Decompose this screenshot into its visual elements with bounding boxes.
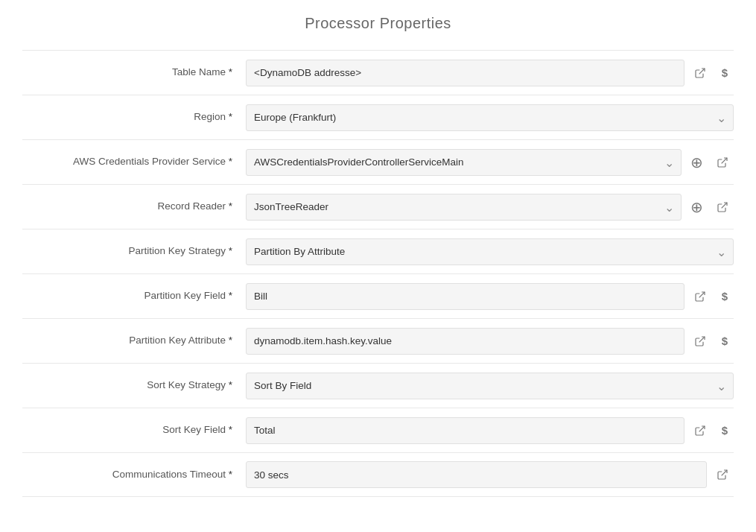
svg-line-6	[722, 470, 727, 475]
select-wrapper-record-reader: JsonTreeReader⌄	[246, 194, 682, 221]
label-sort-key-strategy: Sort Key Strategy *	[22, 379, 246, 393]
dollar-icon-table-name[interactable]: $	[716, 66, 734, 79]
external-link-icon-communications-timeout[interactable]	[711, 463, 734, 486]
property-row-partition-key-attribute: Partition Key Attribute * $	[22, 318, 734, 363]
select-aws-credentials[interactable]: AWSCredentialsProviderControllerServiceM…	[246, 149, 682, 176]
label-aws-credentials: AWS Credentials Provider Service *	[22, 155, 246, 169]
plus-icon-record-reader[interactable]: ⊕	[686, 198, 707, 216]
property-row-aws-credentials: AWS Credentials Provider Service *AWSCre…	[22, 139, 734, 184]
svg-line-1	[722, 158, 727, 163]
dollar-icon-sort-key-field[interactable]: $	[716, 424, 734, 437]
plus-icon-aws-credentials[interactable]: ⊕	[686, 153, 707, 171]
property-row-communications-timeout: Communications Timeout *	[22, 452, 734, 497]
select-sort-key-strategy[interactable]: Sort By Field	[246, 373, 734, 399]
select-partition-key-strategy[interactable]: Partition By Attribute	[246, 238, 734, 265]
external-link-icon-record-reader[interactable]	[711, 196, 734, 218]
input-area-sort-key-field: $	[246, 417, 734, 444]
input-area-partition-key-attribute: $	[246, 328, 734, 355]
select-wrapper-region: Europe (Frankfurt)⌄	[246, 104, 734, 131]
svg-line-4	[699, 337, 705, 342]
property-row-partition-key-field: Partition Key Field * $	[22, 273, 734, 318]
label-record-reader: Record Reader *	[22, 200, 246, 214]
label-partition-key-attribute: Partition Key Attribute *	[22, 334, 246, 348]
input-area-communications-timeout	[246, 461, 734, 488]
label-partition-key-strategy: Partition Key Strategy *	[22, 244, 246, 259]
processor-properties-panel: Processor Properties Table Name * $Regio…	[0, 0, 756, 532]
input-area-partition-key-strategy: Partition By Attribute⌄	[246, 238, 734, 265]
input-area-record-reader: JsonTreeReader⌄⊕	[246, 194, 734, 221]
external-link-icon-partition-key-field[interactable]	[689, 285, 711, 308]
svg-line-3	[699, 292, 705, 297]
select-wrapper-sort-key-strategy: Sort By Field⌄	[246, 373, 734, 399]
input-table-name[interactable]	[246, 60, 684, 86]
property-row-partition-key-strategy: Partition Key Strategy *Partition By Att…	[22, 229, 734, 273]
property-row-sort-key-field: Sort Key Field * $	[22, 408, 734, 452]
label-sort-key-field: Sort Key Field *	[22, 423, 246, 437]
property-row-region: Region *Europe (Frankfurt)⌄	[22, 95, 734, 139]
select-wrapper-partition-key-strategy: Partition By Attribute⌄	[246, 238, 734, 265]
external-link-icon-sort-key-field[interactable]	[689, 419, 711, 442]
input-area-region: Europe (Frankfurt)⌄	[246, 104, 734, 131]
input-area-sort-key-strategy: Sort By Field⌄	[246, 373, 734, 399]
property-row-table-name: Table Name * $	[22, 50, 734, 95]
input-area-partition-key-field: $	[246, 283, 734, 310]
label-communications-timeout: Communications Timeout *	[22, 468, 246, 482]
input-partition-key-field[interactable]	[246, 283, 684, 310]
input-sort-key-field[interactable]	[246, 417, 684, 444]
select-region[interactable]: Europe (Frankfurt)	[246, 104, 734, 131]
label-partition-key-field: Partition Key Field *	[22, 289, 246, 303]
external-link-icon-partition-key-attribute[interactable]	[689, 330, 711, 352]
svg-line-5	[699, 426, 705, 431]
external-link-icon-table-name[interactable]	[689, 62, 711, 84]
page-title: Processor Properties	[22, 15, 734, 32]
svg-line-0	[699, 69, 705, 74]
input-area-aws-credentials: AWSCredentialsProviderControllerServiceM…	[246, 149, 734, 176]
property-row-sort-key-strategy: Sort Key Strategy *Sort By Field⌄	[22, 363, 734, 408]
external-link-icon-aws-credentials[interactable]	[711, 151, 734, 174]
input-partition-key-attribute[interactable]	[246, 328, 684, 355]
dollar-icon-partition-key-field[interactable]: $	[716, 290, 734, 303]
dollar-icon-partition-key-attribute[interactable]: $	[716, 335, 734, 347]
input-communications-timeout[interactable]	[246, 461, 707, 488]
input-area-table-name: $	[246, 60, 734, 86]
property-row-record-reader: Record Reader *JsonTreeReader⌄⊕	[22, 184, 734, 229]
select-record-reader[interactable]: JsonTreeReader	[246, 194, 682, 221]
select-wrapper-aws-credentials: AWSCredentialsProviderControllerServiceM…	[246, 149, 682, 176]
svg-line-2	[722, 203, 727, 208]
label-region: Region *	[22, 110, 246, 124]
properties-list: Table Name * $Region *Europe (Frankfurt)…	[22, 50, 734, 497]
label-table-name: Table Name *	[22, 66, 246, 80]
